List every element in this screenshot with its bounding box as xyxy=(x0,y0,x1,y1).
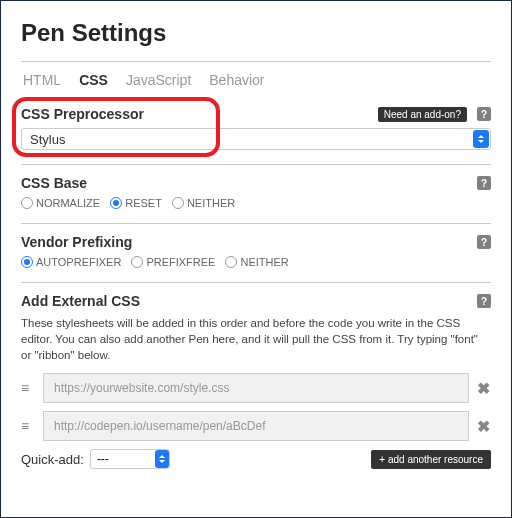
divider xyxy=(21,61,491,62)
addon-badge[interactable]: Need an add-on? xyxy=(378,107,467,122)
external-title: Add External CSS xyxy=(21,293,140,309)
radio-prefixfree[interactable]: PREFIXFREE xyxy=(131,256,215,268)
tab-behavior[interactable]: Behavior xyxy=(209,72,264,88)
section-preprocessor: CSS Preprocessor Need an add-on? ? Stylu… xyxy=(21,106,491,150)
css-base-title: CSS Base xyxy=(21,175,87,191)
pen-settings-dialog: Pen Settings HTML CSS JavaScript Behavio… xyxy=(0,0,512,518)
dialog-title: Pen Settings xyxy=(21,19,491,47)
tab-javascript[interactable]: JavaScript xyxy=(126,72,191,88)
vendor-radio-group: AUTOPREFIXER PREFIXFREE NEITHER xyxy=(21,256,491,268)
help-icon[interactable]: ? xyxy=(477,294,491,308)
radio-icon xyxy=(110,197,122,209)
preprocessor-title: CSS Preprocessor xyxy=(21,106,144,122)
external-footer: Quick-add: --- + add another resource xyxy=(21,449,491,469)
radio-neither[interactable]: NEITHER xyxy=(172,197,235,209)
remove-icon[interactable]: ✖ xyxy=(477,417,491,436)
divider xyxy=(21,282,491,283)
remove-icon[interactable]: ✖ xyxy=(477,379,491,398)
tab-css[interactable]: CSS xyxy=(79,72,108,88)
section-external-css: Add External CSS ? These stylesheets wil… xyxy=(21,293,491,469)
css-base-radio-group: NORMALIZE RESET NEITHER xyxy=(21,197,491,209)
help-icon[interactable]: ? xyxy=(477,235,491,249)
add-resource-button[interactable]: + add another resource xyxy=(371,450,491,469)
radio-icon xyxy=(225,256,237,268)
radio-autoprefixer[interactable]: AUTOPREFIXER xyxy=(21,256,121,268)
help-icon[interactable]: ? xyxy=(477,107,491,121)
radio-icon xyxy=(172,197,184,209)
resource-input[interactable] xyxy=(43,411,469,441)
radio-reset[interactable]: RESET xyxy=(110,197,162,209)
drag-handle-icon[interactable] xyxy=(21,381,35,395)
resource-input[interactable] xyxy=(43,373,469,403)
help-icon[interactable]: ? xyxy=(477,176,491,190)
preprocessor-select[interactable]: Stylus xyxy=(21,128,491,150)
drag-handle-icon[interactable] xyxy=(21,419,35,433)
divider xyxy=(21,164,491,165)
radio-normalize[interactable]: NORMALIZE xyxy=(21,197,100,209)
radio-icon xyxy=(21,197,33,209)
external-description: These stylesheets will be added in this … xyxy=(21,315,491,363)
radio-icon xyxy=(131,256,143,268)
tabs: HTML CSS JavaScript Behavior xyxy=(21,72,491,88)
resource-row: ✖ xyxy=(21,411,491,441)
section-css-base: CSS Base ? NORMALIZE RESET NEITHER xyxy=(21,175,491,209)
quick-add-label: Quick-add: xyxy=(21,452,84,467)
radio-vendor-neither[interactable]: NEITHER xyxy=(225,256,288,268)
vendor-title: Vendor Prefixing xyxy=(21,234,132,250)
divider xyxy=(21,223,491,224)
tab-html[interactable]: HTML xyxy=(23,72,61,88)
section-vendor-prefixing: Vendor Prefixing ? AUTOPREFIXER PREFIXFR… xyxy=(21,234,491,268)
radio-icon xyxy=(21,256,33,268)
resource-row: ✖ xyxy=(21,373,491,403)
quick-add-select[interactable]: --- xyxy=(90,449,170,469)
